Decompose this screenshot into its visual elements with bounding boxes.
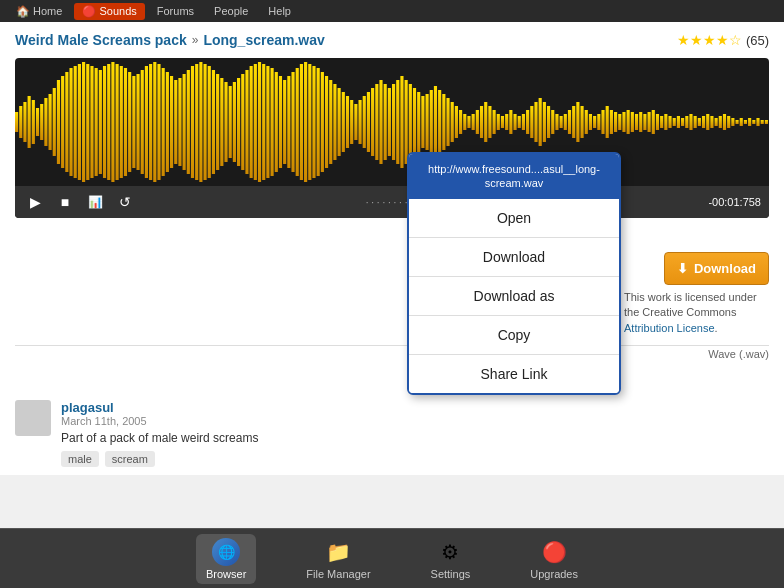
svg-rect-85 xyxy=(371,88,374,156)
svg-rect-131 xyxy=(564,114,567,130)
svg-rect-59 xyxy=(262,64,265,180)
nav-help[interactable]: Help xyxy=(260,3,299,19)
upload-date: March 11th, 2005 xyxy=(61,415,258,427)
svg-rect-139 xyxy=(597,114,600,130)
svg-rect-8 xyxy=(49,94,52,150)
svg-rect-41 xyxy=(187,70,190,174)
star-rating[interactable]: ★★★★☆ xyxy=(677,32,742,48)
svg-rect-71 xyxy=(312,66,315,178)
svg-rect-31 xyxy=(145,66,148,178)
svg-rect-69 xyxy=(304,62,307,182)
svg-rect-22 xyxy=(107,64,110,180)
taskbar-settings[interactable]: ⚙ Settings xyxy=(421,534,481,584)
svg-rect-15 xyxy=(78,64,81,180)
taskbar-upgrades[interactable]: 🔴 Upgrades xyxy=(520,534,588,584)
context-menu-download-as[interactable]: Download as xyxy=(409,277,619,316)
breadcrumb-separator: » xyxy=(192,33,199,47)
nav-forums[interactable]: Forums xyxy=(149,3,202,19)
svg-rect-26 xyxy=(124,68,127,176)
nav-home[interactable]: 🏠 Home xyxy=(8,3,70,20)
svg-rect-137 xyxy=(589,114,592,130)
breadcrumb-pack-link[interactable]: Weird Male Screams pack xyxy=(15,32,187,48)
svg-rect-112 xyxy=(484,102,487,142)
svg-rect-110 xyxy=(476,110,479,134)
svg-rect-169 xyxy=(723,114,726,130)
download-button-label: Download xyxy=(694,261,756,276)
svg-rect-108 xyxy=(467,116,470,128)
svg-rect-68 xyxy=(300,64,303,180)
svg-rect-28 xyxy=(132,76,135,168)
nav-sounds[interactable]: 🔴 Sounds xyxy=(74,3,144,20)
svg-rect-95 xyxy=(413,88,416,156)
user-avatar xyxy=(15,400,51,436)
svg-rect-128 xyxy=(551,110,554,134)
svg-rect-10 xyxy=(57,80,60,164)
svg-rect-58 xyxy=(258,62,261,182)
svg-rect-114 xyxy=(493,110,496,134)
svg-rect-18 xyxy=(90,66,93,178)
svg-rect-154 xyxy=(660,116,663,128)
svg-rect-157 xyxy=(673,118,676,126)
svg-rect-40 xyxy=(183,74,186,170)
tag-scream[interactable]: scream xyxy=(105,451,155,467)
svg-rect-135 xyxy=(581,106,584,138)
tag-male[interactable]: male xyxy=(61,451,99,467)
context-menu-open[interactable]: Open xyxy=(409,199,619,238)
waveform-container[interactable]: ▶ ■ 📊 ↺ · · · · · · · · · · · · · · · · … xyxy=(15,58,769,218)
taskbar-file-manager[interactable]: 📁 File Manager xyxy=(296,534,380,584)
svg-rect-174 xyxy=(744,120,747,124)
taskbar: 🌐 Browser 📁 File Manager ⚙ Settings 🔴 Up… xyxy=(0,528,784,588)
svg-rect-173 xyxy=(740,118,743,126)
username-link[interactable]: plagasul xyxy=(61,400,258,415)
attribution-license-link[interactable]: Attribution License xyxy=(624,322,715,334)
svg-rect-127 xyxy=(547,106,550,138)
globe-icon: 🌐 xyxy=(212,538,240,566)
svg-rect-54 xyxy=(241,74,244,170)
nav-people[interactable]: People xyxy=(206,3,256,19)
svg-rect-175 xyxy=(748,118,751,126)
context-menu-copy[interactable]: Copy xyxy=(409,316,619,355)
svg-rect-9 xyxy=(53,88,56,156)
time-display: -00:01:758 xyxy=(708,196,761,208)
context-menu-download[interactable]: Download xyxy=(409,238,619,277)
svg-rect-103 xyxy=(446,98,449,146)
taskbar-upgrades-label: Upgrades xyxy=(530,568,578,580)
stop-button[interactable]: ■ xyxy=(53,190,77,214)
taskbar-browser[interactable]: 🌐 Browser xyxy=(196,534,256,584)
svg-rect-53 xyxy=(237,78,240,166)
svg-rect-121 xyxy=(522,114,525,130)
svg-rect-123 xyxy=(530,106,533,138)
context-menu-share-link[interactable]: Share Link xyxy=(409,355,619,393)
svg-rect-7 xyxy=(44,98,47,146)
svg-rect-0 xyxy=(15,112,18,132)
svg-rect-79 xyxy=(346,96,349,148)
svg-rect-125 xyxy=(539,98,542,146)
svg-rect-159 xyxy=(681,118,684,126)
svg-rect-75 xyxy=(329,80,332,164)
svg-rect-73 xyxy=(321,72,324,172)
svg-rect-161 xyxy=(689,114,692,130)
svg-rect-163 xyxy=(698,118,701,126)
svg-rect-57 xyxy=(254,64,257,180)
loop-button[interactable]: ↺ xyxy=(113,190,137,214)
taskbar-file-manager-label: File Manager xyxy=(306,568,370,580)
user-info: plagasul March 11th, 2005 Part of a pack… xyxy=(61,400,258,467)
svg-rect-136 xyxy=(585,110,588,134)
download-main-button[interactable]: ⬇ Download xyxy=(664,252,769,285)
svg-rect-17 xyxy=(86,64,89,180)
svg-rect-37 xyxy=(170,76,173,168)
svg-rect-117 xyxy=(505,114,508,130)
svg-rect-179 xyxy=(765,120,768,124)
section-divider xyxy=(15,345,769,346)
svg-rect-70 xyxy=(308,64,311,180)
volume-icon[interactable]: 📊 xyxy=(83,190,107,214)
file-manager-icon: 📁 xyxy=(324,538,352,566)
context-menu-url: http://www.freesound....asul__long-screa… xyxy=(409,154,619,199)
svg-rect-48 xyxy=(216,74,219,170)
svg-rect-23 xyxy=(111,62,114,182)
play-button[interactable]: ▶ xyxy=(23,190,47,214)
breadcrumb-file-link[interactable]: Long_scream.wav xyxy=(203,32,324,48)
rating-count: (65) xyxy=(746,33,769,48)
svg-rect-120 xyxy=(518,116,521,128)
svg-rect-11 xyxy=(61,76,64,168)
